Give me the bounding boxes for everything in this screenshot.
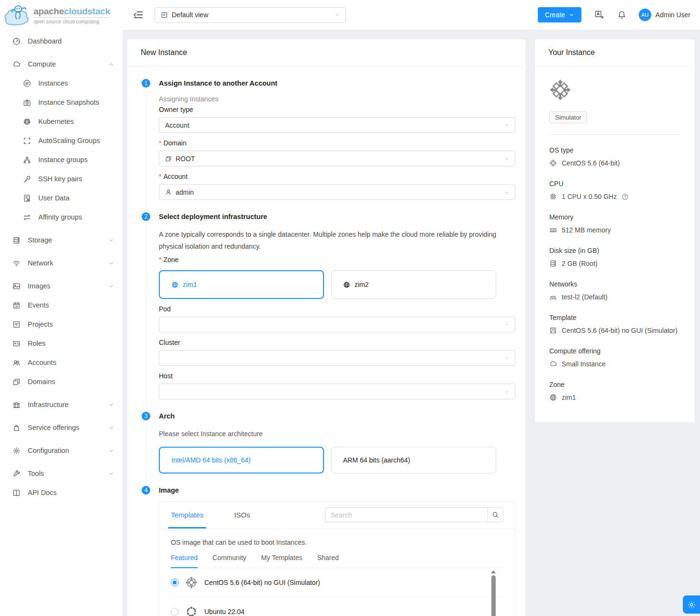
avatar[interactable]: AU bbox=[639, 9, 651, 21]
search-input[interactable] bbox=[325, 507, 488, 522]
sidebar-item-label: Dashboard bbox=[28, 37, 62, 45]
sidebar-item-instances[interactable]: Instances bbox=[0, 74, 122, 93]
sidebar-item-dashboard[interactable]: Dashboard bbox=[0, 32, 122, 51]
domain-select[interactable]: ROOT bbox=[159, 151, 515, 166]
tab-templates[interactable]: Templates bbox=[171, 501, 203, 528]
section-value: CentOS 5.6 (64-bit) no GUI (Simulator) bbox=[562, 327, 678, 334]
sidebar-item-events[interactable]: Events bbox=[0, 296, 122, 315]
cloudstack-logo[interactable]: apachecloudstack open source cloud compu… bbox=[0, 0, 122, 31]
section-value-row: CentOS 5.6 (64-bit) no GUI (Simulator) bbox=[549, 327, 680, 334]
step-arch: 3 Arch Please select Instance architectu… bbox=[142, 412, 515, 473]
template-row[interactable]: Ubuntu 22.04 bbox=[171, 597, 503, 616]
section-value: 2 GB (Root) bbox=[562, 260, 598, 267]
settings-fab[interactable] bbox=[683, 595, 700, 614]
your-instance-card: Your Instance Simulator OS typeCentOS 5.… bbox=[534, 39, 695, 423]
owner-type-select[interactable]: Account bbox=[159, 117, 515, 133]
tab-isos[interactable]: ISOs bbox=[234, 501, 250, 528]
sidebar-item-autoscaling-groups[interactable]: AutoScaling Groups bbox=[0, 131, 122, 150]
sidebar-item-kubernetes[interactable]: Kubernetes bbox=[0, 112, 122, 131]
menu-fold-icon[interactable] bbox=[133, 11, 143, 19]
scrollbar-thumb[interactable] bbox=[491, 575, 496, 616]
section-label: OS type bbox=[549, 146, 680, 154]
cluster-select[interactable] bbox=[159, 350, 515, 366]
section-value: 1 CPU x 0.50 GHz bbox=[562, 193, 617, 200]
sidebar-item-domains[interactable]: Domains bbox=[0, 372, 122, 391]
account-select[interactable]: admin bbox=[159, 184, 515, 200]
pod-select[interactable] bbox=[159, 317, 515, 332]
sidebar-item-affinity-groups[interactable]: Affinity groups bbox=[0, 208, 122, 227]
ubuntu-logo-icon bbox=[185, 605, 198, 616]
chevron-down-icon bbox=[504, 189, 510, 195]
sidebar-item-images[interactable]: Images bbox=[0, 276, 122, 296]
chevron-down-icon bbox=[504, 322, 510, 328]
template-radio[interactable] bbox=[171, 579, 178, 586]
template-search bbox=[325, 507, 503, 522]
template-filter-tabs: FeaturedCommunityMy TemplatesShared bbox=[171, 554, 503, 568]
brand-cloudstack: cloudstack bbox=[64, 6, 110, 16]
calendar-icon bbox=[12, 301, 21, 309]
sidebar-item-user-data[interactable]: User Data bbox=[0, 188, 122, 208]
caret-down-icon bbox=[109, 402, 114, 407]
account-value: admin bbox=[176, 188, 194, 196]
sidebar-item-roles[interactable]: Roles bbox=[0, 334, 122, 353]
sidebar-item-storage[interactable]: Storage bbox=[0, 231, 122, 250]
sidebar-item-compute[interactable]: Compute bbox=[0, 55, 122, 74]
search-button[interactable] bbox=[488, 507, 503, 522]
template-radio[interactable] bbox=[171, 608, 178, 616]
sidebar-item-accounts[interactable]: Accounts bbox=[0, 353, 122, 372]
template-row[interactable]: CentOS 5.6 (64-bit) no GUI (Simulator) bbox=[171, 568, 503, 597]
filter-tab-community[interactable]: Community bbox=[212, 554, 246, 568]
view-selector[interactable]: Default view bbox=[155, 7, 346, 23]
required-asterisk: * bbox=[159, 256, 161, 264]
required-asterisk: * bbox=[159, 139, 161, 147]
sidebar-item-infrastructure[interactable]: Infrastructure bbox=[0, 395, 122, 414]
sidebar-item-projects[interactable]: Projects bbox=[0, 315, 122, 334]
user-name[interactable]: Admin User bbox=[656, 11, 690, 19]
sidebar-item-ssh-key-pairs[interactable]: SSH key pairs bbox=[0, 169, 122, 188]
sidebar-item-instance-snapshots[interactable]: Instance Snapshots bbox=[0, 93, 122, 112]
view-selector-value: Default view bbox=[172, 11, 208, 19]
sidebar-item-label: Affinity groups bbox=[38, 213, 82, 221]
template-name: CentOS 5.6 (64-bit) no GUI (Simulator) bbox=[204, 579, 320, 586]
step-title: Image bbox=[159, 486, 515, 495]
host-select[interactable] bbox=[159, 384, 515, 399]
brand-title: apachecloudstack bbox=[33, 6, 110, 17]
autoscale-icon bbox=[23, 137, 31, 145]
domain-icon bbox=[165, 155, 172, 162]
arch-card-aarch64[interactable]: ARM 64 bits (aarch64) bbox=[331, 447, 496, 473]
step-deployment-infrastructure: 2 Select deployment infrastructure A zon… bbox=[142, 212, 515, 399]
help-circle-icon[interactable] bbox=[622, 193, 629, 200]
create-button[interactable]: Create bbox=[538, 7, 581, 22]
owner-type-value: Account bbox=[165, 121, 189, 129]
step-title: Assign Instance to another Account bbox=[159, 79, 515, 88]
step-title: Arch bbox=[159, 412, 515, 420]
caret-down-icon bbox=[109, 238, 114, 243]
sidebar-item-service-offerings[interactable]: Service offerings bbox=[0, 418, 122, 437]
step-title: Select deployment infrastructure bbox=[159, 212, 515, 221]
sidebar-item-api-docs[interactable]: API Docs bbox=[0, 483, 122, 502]
scroll-up-arrow-icon[interactable] bbox=[491, 570, 496, 573]
idcard-icon bbox=[12, 340, 21, 348]
cluster-icon bbox=[23, 156, 31, 164]
wizard-steps: 1 Assign Instance to another Account Ass… bbox=[127, 66, 526, 616]
list-scrollbar[interactable] bbox=[491, 570, 496, 616]
filter-tab-shared[interactable]: Shared bbox=[317, 554, 339, 568]
sidebar-item-configuration[interactable]: Configuration bbox=[0, 441, 122, 460]
arch-label: Intel/AMD 64 bits (x86_64) bbox=[171, 456, 251, 464]
filter-tab-my-templates[interactable]: My Templates bbox=[261, 554, 302, 568]
sidebar-item-instance-groups[interactable]: Instance groups bbox=[0, 150, 122, 169]
zone-card-zim1[interactable]: zim1 bbox=[159, 270, 324, 299]
sidebar-item-network[interactable]: Network bbox=[0, 253, 122, 273]
sidebar-item-label: AutoScaling Groups bbox=[38, 137, 100, 144]
zone-card-zim2[interactable]: zim2 bbox=[331, 270, 496, 299]
notification-bell-icon[interactable] bbox=[617, 11, 626, 20]
filter-tab-featured[interactable]: Featured bbox=[171, 554, 198, 568]
sidebar-item-tools[interactable]: Tools bbox=[0, 464, 122, 483]
arch-card-x86-64[interactable]: Intel/AMD 64 bits (x86_64) bbox=[159, 447, 324, 473]
section-label: Disk size (in GB) bbox=[549, 247, 680, 254]
sidebar-item-label: Configuration bbox=[28, 447, 69, 454]
zone-description: A zone typically corresponds to a single… bbox=[159, 229, 503, 252]
zone-cards: zim1zim2 bbox=[159, 270, 515, 299]
translate-icon[interactable] bbox=[595, 11, 604, 20]
domains-icon bbox=[12, 378, 21, 386]
